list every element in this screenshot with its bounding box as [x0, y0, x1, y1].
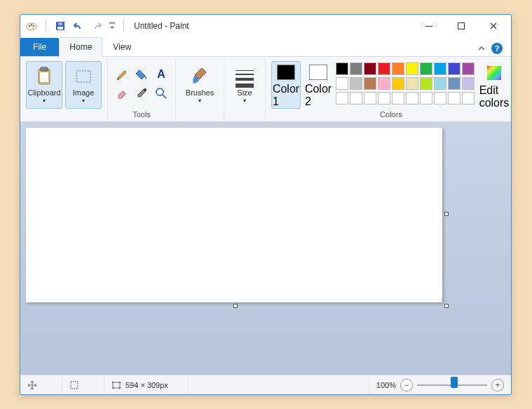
color-palette [336, 61, 475, 105]
brushes-button[interactable]: Brushes ▾ [182, 61, 218, 109]
color-swatch[interactable] [392, 62, 404, 75]
zoom-slider-thumb[interactable] [451, 377, 458, 388]
svg-rect-13 [40, 72, 48, 82]
svg-point-16 [144, 88, 146, 91]
clipboard-button[interactable]: Clipboard ▾ [26, 61, 62, 109]
resize-handle-southeast[interactable] [444, 304, 449, 308]
canvas-size-text: 594 × 309px [125, 381, 168, 389]
zoom-slider[interactable] [417, 380, 487, 390]
color-swatch[interactable] [336, 92, 348, 105]
canvas-workarea[interactable] [20, 122, 511, 375]
svg-rect-10 [458, 23, 465, 29]
color-swatch[interactable] [420, 77, 432, 90]
ribbon: Clipboard ▾ Image ▾ . A [20, 57, 511, 122]
image-button[interactable]: Image ▾ [65, 61, 102, 109]
color-swatch[interactable] [336, 62, 348, 75]
svg-rect-9 [425, 26, 432, 27]
color-swatch[interactable] [434, 62, 446, 75]
color-swatch[interactable] [406, 92, 418, 105]
color-2-button[interactable]: Color 2 [303, 61, 333, 109]
file-size-cell [189, 375, 369, 394]
color-swatch[interactable] [350, 62, 362, 75]
text-tool-icon[interactable]: A [153, 65, 170, 82]
canvas[interactable] [26, 128, 442, 302]
save-icon[interactable] [53, 19, 67, 33]
color-1-button[interactable]: Color 1 [271, 61, 301, 109]
resize-handle-south[interactable] [233, 304, 238, 308]
color-swatch[interactable] [462, 62, 475, 75]
svg-rect-22 [119, 382, 121, 383]
qat-dropdown-icon[interactable] [108, 19, 116, 33]
color-swatch[interactable] [420, 92, 432, 105]
minimize-button[interactable] [413, 15, 445, 36]
color-swatch[interactable] [350, 77, 362, 90]
color-swatch[interactable] [462, 92, 475, 105]
tab-view[interactable]: View [102, 37, 142, 56]
color-swatch[interactable] [406, 77, 418, 90]
svg-point-4 [32, 27, 34, 29]
color-swatch[interactable] [462, 77, 475, 90]
quick-access-toolbar [25, 19, 127, 33]
color-swatch[interactable] [336, 77, 348, 90]
svg-rect-14 [76, 71, 90, 82]
color-swatch[interactable] [350, 92, 362, 105]
svg-point-3 [33, 25, 35, 27]
edit-colors-button[interactable]: Edit colors [477, 61, 511, 109]
color-picker-tool-icon[interactable] [133, 85, 150, 102]
zoom-controls: 100% − + [369, 379, 511, 391]
pencil-tool-icon[interactable] [114, 65, 130, 82]
magnifier-tool-icon[interactable] [153, 85, 170, 102]
tab-file[interactable]: File [20, 38, 59, 56]
title-bar: Untitled - Paint [20, 15, 511, 37]
color-swatch[interactable] [434, 77, 446, 90]
color-2-chip [309, 65, 327, 80]
tools-group-label: Tools [132, 110, 151, 119]
svg-rect-12 [41, 67, 48, 71]
color-swatch[interactable] [406, 62, 418, 75]
color-swatch[interactable] [420, 62, 432, 75]
resize-handle-east[interactable] [444, 212, 449, 216]
window-controls [413, 15, 510, 36]
zoom-level-text: 100% [376, 381, 396, 389]
svg-rect-24 [119, 387, 121, 389]
color-swatch[interactable] [364, 92, 376, 105]
colors-group-label: Colors [380, 110, 402, 119]
svg-text:A: A [157, 68, 165, 80]
color-swatch[interactable] [364, 77, 376, 90]
selection-size-icon [69, 380, 79, 390]
eraser-tool-icon[interactable] [114, 85, 130, 102]
color-1-chip [277, 65, 295, 80]
fill-tool-icon[interactable] [133, 65, 150, 82]
color-swatch[interactable] [364, 62, 376, 75]
help-icon[interactable]: ? [491, 43, 503, 54]
color-swatch[interactable] [434, 92, 446, 105]
color-swatch[interactable] [378, 62, 390, 75]
tab-home[interactable]: Home [59, 37, 102, 57]
selection-size-cell [62, 375, 104, 394]
app-icon [25, 19, 39, 33]
status-bar: 594 × 309px 100% − + [20, 375, 511, 394]
color-swatch[interactable] [392, 92, 404, 105]
undo-icon[interactable] [71, 19, 86, 33]
svg-rect-18 [487, 66, 501, 80]
color-swatch[interactable] [392, 77, 404, 90]
zoom-out-button[interactable]: − [400, 379, 413, 391]
svg-rect-20 [113, 382, 120, 388]
cursor-position-icon [27, 380, 37, 390]
size-button[interactable]: Size ▾ [230, 61, 259, 109]
zoom-in-button[interactable]: + [491, 379, 504, 391]
color-swatch[interactable] [448, 62, 461, 75]
svg-rect-8 [109, 22, 115, 24]
svg-point-2 [31, 24, 33, 26]
redo-icon[interactable] [90, 19, 104, 33]
svg-rect-21 [112, 382, 114, 383]
color-swatch[interactable] [448, 77, 461, 90]
maximize-button[interactable] [445, 15, 477, 36]
color-swatch[interactable] [378, 92, 390, 105]
collapse-ribbon-icon[interactable] [477, 44, 486, 53]
close-button[interactable] [477, 15, 510, 36]
color-swatch[interactable] [378, 77, 390, 90]
color-swatch[interactable] [448, 92, 461, 105]
svg-rect-6 [57, 27, 63, 29]
cursor-position-cell [20, 375, 62, 394]
